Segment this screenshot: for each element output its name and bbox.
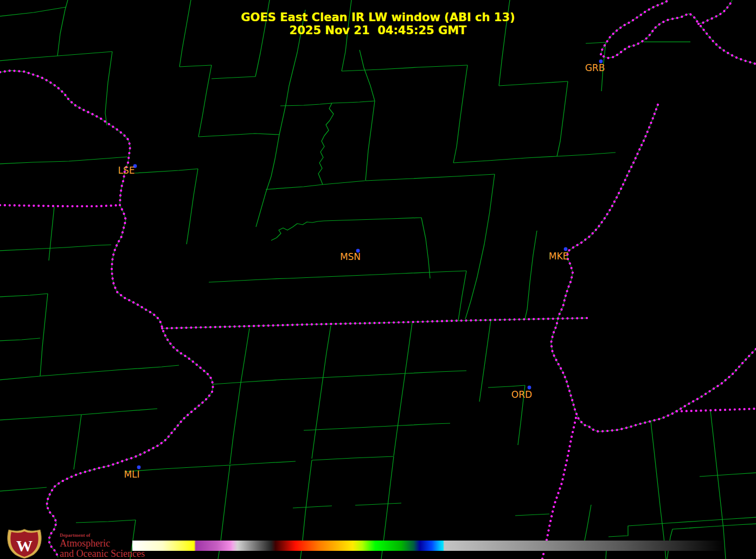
county-boundary-line — [134, 169, 198, 173]
station-label-MKE: MKE — [549, 251, 569, 262]
station-label-GRB: GRB — [585, 62, 605, 73]
county-boundary-line — [488, 385, 525, 388]
county-boundary-line — [453, 65, 467, 163]
county-boundary-line — [213, 371, 466, 384]
logo-text: Department of Atmospheric and Oceanic Sc… — [60, 533, 145, 559]
county-boundary-line — [287, 271, 466, 278]
logo-dept-line: Department of — [60, 533, 145, 538]
county-boundary-line — [606, 550, 606, 559]
county-boundary-line — [105, 52, 112, 125]
county-boundary-line — [360, 50, 375, 101]
county-boundary-line — [198, 134, 279, 137]
county-boundary-line — [76, 520, 136, 523]
county-boundary-line — [557, 81, 568, 156]
state-border-wi-il-border — [162, 318, 587, 328]
shoreline-mississippi-river — [0, 71, 213, 557]
station-marker-GRB: GRB — [585, 60, 605, 73]
logo-name-line2: and Oceanic Sciences — [60, 549, 145, 559]
station-marker-MLI: MLI — [124, 466, 140, 480]
county-boundary-line — [323, 181, 365, 185]
county-boundary-line — [0, 409, 157, 420]
uw-crest-icon: W — [4, 529, 44, 559]
county-boundary-line — [421, 218, 430, 278]
county-boundary-line — [209, 278, 287, 282]
station-marker-LSE: LSE — [118, 164, 137, 176]
county-boundary-line — [465, 174, 495, 319]
county-boundary-line — [585, 505, 591, 541]
county-boundary-line — [479, 320, 491, 402]
county-boundary-line — [0, 487, 47, 491]
county-boundary-line — [271, 221, 324, 240]
county-boundary-line — [74, 415, 81, 469]
image-title: GOES East Clean IR LW window (ABI ch 13)… — [0, 11, 756, 37]
county-boundary-line — [312, 456, 394, 460]
title-timestamp-line: 2025 Nov 21 04:45:25 GMT — [0, 24, 756, 37]
state-border-mississippi-river — [0, 71, 213, 557]
county-boundary-line — [458, 271, 466, 320]
county-boundary-line — [394, 323, 412, 456]
county-boundary-line — [355, 503, 401, 505]
county-boundary-line — [453, 156, 557, 163]
logo-name-line1: Atmospheric — [60, 538, 145, 549]
county-boundary-line — [0, 245, 111, 251]
county-boundary-line — [198, 65, 212, 137]
station-label-MSN: MSN — [340, 251, 361, 262]
county-boundary-line — [293, 506, 332, 508]
county-boundary-line — [342, 65, 467, 71]
county-boundary-line — [280, 103, 332, 106]
county-boundary-line — [324, 218, 421, 221]
station-label-ORD: ORD — [511, 389, 532, 400]
county-boundary-line — [499, 81, 568, 86]
county-boundary-line — [586, 42, 606, 43]
station-marker-ORD: ORD — [511, 386, 532, 400]
uw-aos-logo: W Department of Atmospheric and Oceanic … — [4, 529, 145, 559]
ir-temperature-colorbar — [132, 541, 723, 551]
county-boundary-line — [332, 101, 375, 103]
station-marker-MKE: MKE — [549, 247, 569, 262]
county-boundary-line — [125, 461, 296, 472]
county-boundary-line — [0, 52, 112, 61]
county-boundary-line — [212, 77, 255, 79]
map-canvas: LSEGRBMSNMKEORDMLI — [0, 0, 756, 559]
satellite-image-viewer: LSEGRBMSNMKEORDMLI GOES East Clean IR LW… — [0, 0, 756, 559]
county-boundary-line — [651, 422, 666, 559]
station-label-MLI: MLI — [124, 469, 139, 480]
county-boundary-line — [557, 153, 616, 156]
state-border-in-border-east — [677, 409, 756, 411]
county-boundary-line — [525, 231, 537, 319]
state-border-il-in-border — [542, 418, 576, 559]
county-boundary-line — [366, 174, 495, 181]
station-label-LSE: LSE — [118, 165, 134, 176]
county-boundary-line — [0, 338, 40, 341]
county-boundary-line — [40, 294, 48, 376]
county-boundary-line — [710, 411, 726, 559]
state-border-lake-michigan-shore — [551, 105, 756, 431]
county-boundary-line — [0, 157, 127, 164]
station-marker-MSN: MSN — [340, 249, 361, 262]
county-boundary-line — [49, 207, 54, 261]
county-boundary-line — [318, 103, 334, 185]
county-boundary-line — [0, 294, 48, 297]
county-boundary-line — [180, 65, 212, 67]
county-boundary-line — [700, 473, 756, 477]
crest-letter: W — [16, 537, 33, 555]
title-product-line: GOES East Clean IR LW window (ABI ch 13) — [0, 11, 756, 24]
county-boundary-line — [230, 328, 249, 464]
shoreline-lake-michigan-shore — [551, 105, 756, 431]
county-boundary-line — [256, 10, 305, 227]
county-boundary-line — [366, 101, 375, 181]
state-border-mn-ia-border — [0, 205, 120, 206]
county-boundary-line — [312, 326, 331, 459]
county-boundary-line — [515, 514, 549, 516]
county-boundary-line — [187, 169, 198, 244]
county-boundary-line — [266, 185, 323, 189]
county-boundary-line — [608, 517, 756, 537]
county-boundary-line — [0, 365, 179, 380]
county-boundary-line — [304, 423, 450, 430]
